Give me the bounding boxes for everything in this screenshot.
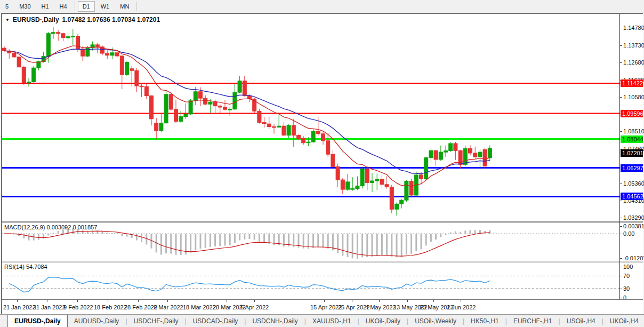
chart-tab-ukoil-h4[interactable]: UKOil-,H4 [603, 315, 644, 327]
candle [57, 33, 60, 34]
macd-tick-label: 0.00 [623, 230, 634, 237]
rsi-pane[interactable]: RSI(14) 54.7084 [2, 262, 619, 299]
title-ohlc: 1.07482 1.07636 1.07034 1.07201 [62, 16, 160, 23]
candle [434, 150, 438, 159]
candle [277, 126, 281, 127]
chart-tab-ukoil-daily[interactable]: UKOil-,Daily [359, 315, 407, 327]
axis-tick [17, 300, 18, 302]
candle [439, 152, 442, 159]
candle [61, 34, 65, 38]
timeframe-button-h4[interactable]: H4 [55, 1, 72, 12]
candle [272, 127, 276, 128]
price-tag: 1.11422 [621, 79, 643, 87]
chart-tab-eurusd-daily[interactable]: EURUSD-,Daily [7, 315, 68, 327]
macd-label: MACD(12,26,9) 0.003092 0.001857 [4, 224, 97, 230]
chart-tab-usdcnh-daily[interactable]: USDCNH-,Daily [246, 315, 304, 327]
chart-tab-usdcad-daily[interactable]: USDCAD-,Daily [187, 315, 245, 327]
candle [95, 45, 99, 47]
candle [27, 82, 31, 83]
rsi-tick-label: 30 [623, 285, 630, 292]
chart-title: ▼ EURUSD-,Daily 1.07482 1.07636 1.07034 … [5, 16, 160, 23]
timeframe-button-h1[interactable]: H1 [37, 1, 54, 12]
timeframe-button-d1[interactable]: D1 [78, 1, 95, 12]
date-label: 9 Mar 2022 [154, 304, 183, 310]
time-axis[interactable]: 21 Jan 202231 Jan 20229 Feb 202218 Feb 2… [2, 299, 643, 314]
chart-tab-usdchf-daily[interactable]: USDCHF-,Daily [127, 315, 185, 327]
axis-tick [620, 234, 622, 234]
axis-tick [407, 300, 408, 302]
candle [125, 62, 129, 75]
chart-tab-eurchf-h1[interactable]: EURCHF-,H1 [507, 315, 559, 327]
price-tag: 1.09596 [621, 110, 643, 117]
candle [424, 158, 428, 179]
candle [218, 106, 222, 107]
axis-tick [620, 45, 622, 46]
timeframe-button-5[interactable]: 5 [1, 1, 13, 12]
candle [106, 53, 109, 55]
macd-axis[interactable]: 0.0038140.00-0.012077 [620, 223, 643, 261]
axis-tick [254, 300, 255, 302]
axis-tick [620, 97, 622, 98]
candle [184, 114, 188, 117]
timeframe-button-w1[interactable]: W1 [96, 1, 115, 12]
macd-pane[interactable]: MACD(12,26,9) 0.003092 0.001857 [2, 223, 619, 261]
candle [223, 107, 227, 109]
candle [341, 180, 344, 189]
candle [454, 143, 457, 150]
candle [307, 142, 310, 143]
axis-tick [620, 267, 622, 267]
candle [86, 47, 90, 56]
axis-tick [620, 201, 622, 201]
date-label: 4 May 2022 [365, 304, 396, 310]
candle [194, 92, 197, 101]
axis-tick [620, 258, 622, 259]
mt4-terminal: 5M30H1H4D1W1MN ▼ EURUSD-,Daily 1.07482 1… [0, 0, 644, 327]
candle [351, 189, 355, 190]
candle [52, 33, 55, 34]
candle [321, 134, 325, 141]
candle [179, 117, 183, 122]
candle [228, 109, 232, 110]
price-tick-label: 1.13730 [623, 42, 644, 49]
candle [17, 57, 21, 67]
axis-tick [433, 300, 434, 302]
date-label: 6 Apr 2022 [240, 304, 269, 310]
candle [488, 148, 492, 158]
date-label: 28 Feb 2022 [124, 304, 157, 310]
rsi-chart[interactable] [2, 262, 619, 299]
chart-tab-usoil-weekly[interactable]: USOil-,Weekly [408, 315, 463, 327]
chart-tab-xauusd-h1[interactable]: XAUUSD-,H1 [306, 315, 358, 327]
candle [66, 37, 70, 38]
candle [46, 34, 50, 57]
candle [115, 53, 119, 56]
candle [189, 101, 192, 114]
price-tick-label: 1.05360 [623, 180, 644, 187]
candle [478, 152, 482, 157]
price-tag: 1.06297 [621, 164, 643, 172]
candle [110, 53, 114, 55]
chart-tab-usoil-h4[interactable]: USOil-,H4 [560, 315, 602, 327]
date-label: 15 Apr 2022 [310, 304, 342, 310]
candle [159, 123, 163, 131]
candle [174, 109, 178, 122]
price-pane[interactable]: ▼ EURUSD-,Daily 1.07482 1.07636 1.07034 … [2, 14, 619, 221]
axis-tick [379, 300, 380, 302]
price-chart[interactable] [2, 14, 619, 221]
candle [331, 154, 335, 166]
price-axis[interactable]: 1.147801.137301.126801.116301.105801.085… [620, 14, 643, 221]
candle [150, 96, 154, 119]
price-tick-label: 1.03290 [623, 214, 644, 221]
candle [375, 179, 379, 181]
chevron-down-icon[interactable]: ▼ [5, 18, 10, 22]
chart-tab-hk50-h1[interactable]: HK50-,H1 [464, 315, 505, 327]
chart-tab-audusd-daily[interactable]: AUDUSD-,Daily [68, 315, 126, 327]
candle [409, 181, 413, 195]
rsi-axis[interactable]: 10070300 [620, 262, 643, 299]
candle [213, 102, 217, 106]
candle [120, 56, 124, 75]
timeframe-button-mn[interactable]: MN [115, 1, 134, 12]
rsi-tick-label: 100 [623, 264, 633, 270]
timeframe-button-m30[interactable]: M30 [14, 1, 35, 12]
price-tick-label: 1.08510 [623, 128, 644, 134]
candle [243, 81, 246, 96]
